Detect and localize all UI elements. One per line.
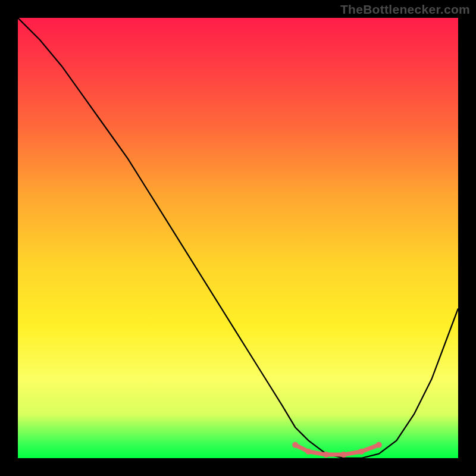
plot-area: [18, 18, 458, 458]
chart-svg: [18, 18, 458, 458]
optimal-range-dot: [292, 442, 298, 448]
optimal-range-dot: [305, 449, 311, 455]
optimal-range-dot: [376, 442, 382, 448]
optimal-range-dot: [358, 449, 364, 455]
optimal-range-dot: [341, 452, 347, 458]
optimal-range-dot: [323, 452, 329, 458]
bottleneck-curve-path: [18, 18, 458, 458]
watermark-text: TheBottlenecker.com: [340, 2, 470, 17]
chart-container: TheBottlenecker.com: [0, 0, 476, 476]
